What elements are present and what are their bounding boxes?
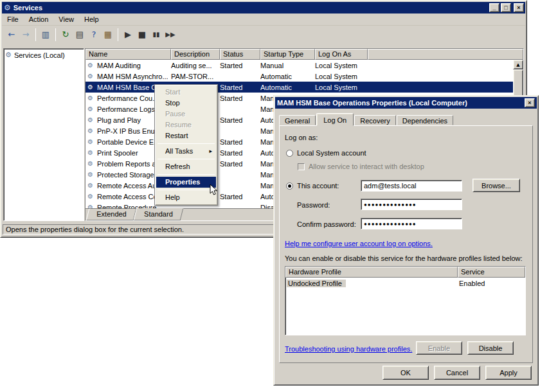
column-header-filler	[368, 49, 523, 60]
service-log-on-as: Local System	[315, 62, 368, 69]
apply-button[interactable]: Apply	[485, 366, 532, 380]
refresh-button[interactable]: ↻	[59, 28, 73, 42]
stop-service-button[interactable]: ■	[135, 28, 149, 42]
show-console-tree-button[interactable]: ▥	[39, 28, 53, 42]
cancel-button[interactable]: Cancel	[434, 366, 480, 380]
console-tree-pane: ⚙ Services (Local)	[3, 48, 84, 221]
column-header-name[interactable]: Name	[86, 49, 171, 60]
service-log-on-as: Local System	[315, 73, 368, 80]
service-gear-icon: ⚙	[86, 62, 97, 69]
service-row[interactable]: ⚙MAM AuditingAuditing se...StartedManual…	[86, 60, 513, 71]
dialog-title: MAM HSM Base Operations Properties (Loca…	[277, 99, 522, 107]
menu-separator	[158, 143, 215, 144]
log-on-tab-panel: Log on as: Local System account Allow se…	[279, 125, 533, 363]
restart-service-icon: ▶▶	[165, 31, 175, 38]
back-icon: ←	[8, 30, 15, 39]
disable-button[interactable]: Disable	[467, 341, 514, 355]
service-gear-icon: ⚙	[86, 94, 97, 102]
submenu-arrow-icon: ▸	[209, 146, 212, 157]
interact-desktop-label: Allow service to interact with desktop	[309, 163, 424, 170]
hw-profile-cell[interactable]: Undocked Profile	[287, 280, 346, 287]
column-header-description[interactable]: Description	[171, 49, 220, 60]
dialog-tabs: General Log On Recovery Dependencies	[279, 112, 454, 125]
local-system-radio-label[interactable]: Local System account	[297, 149, 366, 157]
export-list-icon: ▤	[76, 30, 84, 39]
service-startup-type: Automatic	[260, 84, 315, 91]
maximize-button[interactable]: □	[501, 3, 511, 12]
service-name: MAM Auditing	[97, 62, 171, 69]
service-status: Started	[220, 193, 260, 200]
stop-service-icon: ■	[138, 30, 146, 39]
local-system-radio[interactable]	[286, 150, 293, 157]
start-service-button[interactable]: ▶	[121, 28, 135, 42]
pause-service-icon: ▮▮	[152, 31, 159, 38]
list-header: Name Description Status Startup Type Log…	[86, 49, 523, 60]
menu-item-resume: Resume	[156, 120, 216, 130]
export-list-button[interactable]: ▤	[73, 28, 87, 42]
forward-icon: →	[22, 30, 30, 39]
minimize-button[interactable]: _	[489, 3, 500, 12]
tab-recovery[interactable]: Recovery	[354, 115, 395, 125]
column-header-startup-type[interactable]: Startup Type	[260, 49, 315, 60]
tab-log-on[interactable]: Log On	[316, 113, 354, 126]
services-titlebar[interactable]: ⚙ Services _ □ ×	[2, 2, 525, 13]
confirm-password-input[interactable]: ●●●●●●●●●●●●●●	[361, 218, 462, 229]
back-button[interactable]: ←	[4, 28, 19, 42]
menu-item-stop[interactable]: Stop	[156, 98, 216, 109]
menu-item-refresh[interactable]: Refresh	[156, 161, 216, 172]
menu-action[interactable]: Action	[24, 14, 54, 24]
confirm-password-label: Confirm password:	[297, 220, 356, 228]
tree-item-services-local[interactable]: ⚙ Services (Local)	[4, 49, 84, 61]
ok-button[interactable]: OK	[382, 366, 429, 380]
troubleshooting-link[interactable]: Troubleshooting using hardware profiles.	[285, 345, 412, 353]
help-configure-link[interactable]: Help me configure user account log on op…	[285, 240, 433, 247]
menu-item-help[interactable]: Help	[156, 192, 216, 203]
column-header-log-on-as[interactable]: Log On As	[315, 49, 368, 60]
restart-service-button[interactable]: ▶▶	[163, 28, 177, 42]
help-button[interactable]: ?	[87, 28, 101, 42]
service-gear-icon: ⚙	[86, 193, 97, 200]
account-input[interactable]: adm@tests.local	[361, 180, 462, 192]
tab-general[interactable]: General	[279, 115, 316, 125]
this-account-radio[interactable]	[286, 183, 293, 190]
menu-item-restart[interactable]: Restart	[156, 130, 216, 141]
hw-column-hardware-profile[interactable]: Hardware Profile	[285, 267, 458, 278]
hw-column-service[interactable]: Service	[458, 267, 525, 278]
dialog-titlebar[interactable]: MAM HSM Base Operations Properties (Loca…	[275, 97, 537, 109]
password-input[interactable]: ●●●●●●●●●●●●●●	[361, 199, 462, 210]
log-on-as-label: Log on as:	[285, 134, 318, 141]
dialog-close-button[interactable]: ×	[525, 98, 535, 107]
scroll-up-icon[interactable]: ▲	[513, 60, 523, 69]
column-header-status[interactable]: Status	[220, 49, 260, 60]
service-status: Started	[220, 84, 260, 91]
service-gear-icon: ⚙	[86, 171, 97, 178]
show-console-tree-icon: ▥	[42, 30, 50, 39]
views-button[interactable]: ▦	[101, 28, 115, 42]
tab-dependencies[interactable]: Dependencies	[397, 115, 453, 125]
menu-view[interactable]: View	[53, 14, 79, 24]
service-row[interactable]: ⚙MAM HSM Base Op...StartedAutomaticLocal…	[86, 82, 513, 93]
service-row[interactable]: ⚙MAM HSM Asynchro...PAM-STOR...Automatic…	[86, 71, 513, 82]
hw-profile-row[interactable]: Undocked Profile Enabled	[285, 278, 525, 289]
interact-desktop-checkbox	[298, 163, 305, 170]
service-status: Started	[220, 138, 260, 146]
toolbar: ← → ▥ ↻ ▤ ? ▦ ▶ ■ ▮▮ ▶▶	[2, 25, 525, 43]
menu-item-properties[interactable]: Properties	[156, 177, 216, 188]
service-status: Started	[220, 149, 260, 157]
tab-extended[interactable]: Extended	[86, 209, 137, 220]
mouse-cursor-icon	[210, 184, 218, 197]
toolbar-separator	[55, 28, 56, 41]
forward-button[interactable]: →	[19, 28, 33, 42]
service-gear-icon: ⚙	[86, 138, 97, 145]
menu-file[interactable]: File	[2, 14, 24, 24]
hardware-profiles-list: Hardware Profile Service Undocked Profil…	[285, 266, 526, 335]
pause-service-button[interactable]: ▮▮	[149, 28, 163, 42]
menu-bar: File Action View Help	[2, 13, 525, 25]
hw-list-header: Hardware Profile Service	[285, 267, 525, 278]
browse-button[interactable]: Browse...	[473, 179, 520, 192]
close-button[interactable]: ×	[514, 3, 524, 12]
this-account-radio-label[interactable]: This account:	[297, 182, 339, 190]
menu-item-all-tasks[interactable]: All Tasks▸	[156, 146, 216, 157]
menu-help[interactable]: Help	[79, 14, 104, 24]
tab-standard[interactable]: Standard	[134, 208, 183, 220]
